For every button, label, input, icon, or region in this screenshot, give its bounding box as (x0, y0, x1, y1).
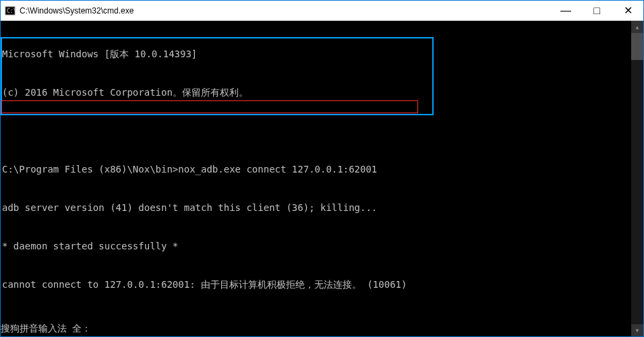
scrollbar[interactable]: ▲ ▼ (631, 21, 643, 336)
minimize-button[interactable]: — (550, 1, 581, 20)
terminal-line: Microsoft Windows [版本 10.0.14393] (2, 48, 631, 61)
ime-status-line: 搜狗拼音输入法 全： (1, 322, 91, 335)
window-controls: — □ ✕ (550, 1, 643, 20)
terminal-content[interactable]: Microsoft Windows [版本 10.0.14393] (c) 20… (1, 21, 631, 336)
maximize-button[interactable]: □ (581, 1, 612, 20)
terminal-line: cannot connect to 127.0.0.1:62001: 由于目标计… (2, 278, 631, 291)
svg-text:C:\: C:\ (7, 8, 16, 14)
titlebar[interactable]: C:\ C:\Windows\System32\cmd.exe — □ ✕ (1, 1, 643, 21)
close-button[interactable]: ✕ (612, 1, 643, 20)
terminal-line: * daemon started successfully * (2, 240, 631, 253)
terminal-line: adb server version (41) doesn't match th… (2, 202, 631, 214)
cmd-window: C:\ C:\Windows\System32\cmd.exe — □ ✕ Mi… (0, 0, 644, 337)
highlight-box-red (1, 100, 418, 113)
terminal-line (2, 125, 631, 137)
cmd-icon: C:\ (5, 5, 16, 16)
terminal-line: C:\Program Files (x86)\Nox\bin>nox_adb.e… (2, 163, 631, 176)
scroll-up-icon[interactable]: ▲ (631, 21, 643, 33)
terminal-line (2, 317, 631, 330)
terminal-line: (c) 2016 Microsoft Corporation。保留所有权利。 (2, 86, 631, 99)
scroll-thumb[interactable] (631, 33, 643, 60)
scroll-down-icon[interactable]: ▼ (631, 324, 643, 336)
window-title: C:\Windows\System32\cmd.exe (20, 6, 550, 16)
terminal-area[interactable]: Microsoft Windows [版本 10.0.14393] (c) 20… (1, 21, 643, 336)
